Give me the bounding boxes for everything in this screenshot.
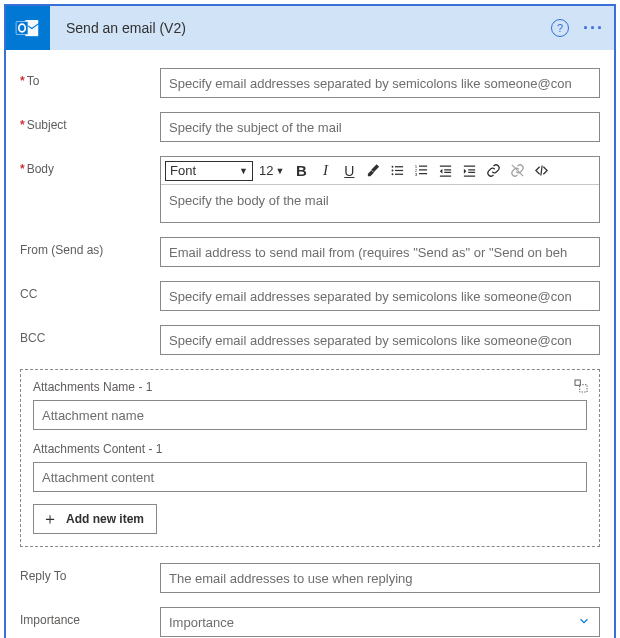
to-input[interactable] bbox=[160, 68, 600, 98]
outlook-icon bbox=[6, 6, 50, 50]
chevron-down-icon: ▼ bbox=[239, 166, 248, 176]
bcc-input[interactable] bbox=[160, 325, 600, 355]
font-picker-label: Font bbox=[170, 163, 196, 178]
svg-rect-14 bbox=[419, 169, 427, 170]
plus-icon: ＋ bbox=[42, 511, 58, 527]
attachment-name-label: Attachments Name - 1 bbox=[33, 380, 587, 394]
highlight-button[interactable] bbox=[362, 160, 384, 182]
bold-button[interactable]: B bbox=[290, 160, 312, 182]
svg-point-7 bbox=[391, 170, 393, 172]
row-subject: Subject bbox=[20, 112, 600, 142]
row-bcc: BCC bbox=[20, 325, 600, 355]
indent-button[interactable] bbox=[458, 160, 480, 182]
row-from: From (Send as) bbox=[20, 237, 600, 267]
row-importance: Importance Importance bbox=[20, 607, 600, 637]
attachment-content-label: Attachments Content - 1 bbox=[33, 442, 587, 456]
attachment-content-input[interactable] bbox=[33, 462, 587, 492]
svg-rect-8 bbox=[395, 170, 403, 171]
svg-rect-19 bbox=[444, 172, 451, 173]
link-button[interactable] bbox=[482, 160, 504, 182]
add-new-item-label: Add new item bbox=[66, 512, 144, 526]
body-input-area[interactable]: Specify the body of the mail bbox=[161, 185, 599, 222]
card-title: Send an email (V2) bbox=[66, 20, 551, 36]
font-picker[interactable]: Font ▼ bbox=[165, 161, 253, 181]
italic-button[interactable]: I bbox=[314, 160, 336, 182]
label-cc: CC bbox=[20, 281, 160, 301]
attachment-name-input[interactable] bbox=[33, 400, 587, 430]
label-body: Body bbox=[20, 156, 160, 176]
svg-rect-26 bbox=[575, 380, 580, 385]
row-body: Body Font ▼ 12 ▼ B I U bbox=[20, 156, 600, 223]
label-replyto: Reply To bbox=[20, 563, 160, 583]
svg-rect-24 bbox=[464, 176, 475, 177]
svg-rect-17 bbox=[440, 166, 451, 167]
label-from: From (Send as) bbox=[20, 237, 160, 257]
row-replyto: Reply To bbox=[20, 563, 600, 593]
importance-placeholder: Importance bbox=[169, 615, 234, 630]
code-view-button[interactable] bbox=[530, 160, 552, 182]
label-subject: Subject bbox=[20, 112, 160, 132]
row-cc: CC bbox=[20, 281, 600, 311]
font-size-label: 12 bbox=[259, 163, 273, 178]
subject-input[interactable] bbox=[160, 112, 600, 142]
svg-text:3: 3 bbox=[415, 172, 418, 177]
chevron-down-icon bbox=[577, 614, 591, 631]
svg-rect-21 bbox=[464, 166, 475, 167]
replyto-input[interactable] bbox=[160, 563, 600, 593]
svg-rect-20 bbox=[440, 176, 451, 177]
svg-rect-6 bbox=[395, 166, 403, 167]
svg-rect-10 bbox=[395, 174, 403, 175]
outlook-glyph bbox=[15, 15, 41, 41]
font-size-picker[interactable]: 12 ▼ bbox=[255, 161, 288, 181]
bullet-list-button[interactable] bbox=[386, 160, 408, 182]
underline-button[interactable]: U bbox=[338, 160, 360, 182]
help-icon[interactable]: ? bbox=[551, 19, 569, 37]
card-header: Send an email (V2) ? ··· bbox=[6, 6, 614, 50]
svg-rect-12 bbox=[419, 166, 427, 167]
label-to: To bbox=[20, 68, 160, 88]
label-bcc: BCC bbox=[20, 325, 160, 345]
attachments-group: Attachments Name - 1 Attachments Content… bbox=[20, 369, 600, 547]
label-importance: Importance bbox=[20, 607, 160, 627]
editor-toolbar: Font ▼ 12 ▼ B I U bbox=[161, 157, 599, 185]
add-new-item-button[interactable]: ＋ Add new item bbox=[33, 504, 157, 534]
svg-rect-18 bbox=[444, 169, 451, 170]
header-actions: ? ··· bbox=[551, 19, 604, 37]
from-input[interactable] bbox=[160, 237, 600, 267]
svg-rect-22 bbox=[468, 169, 475, 170]
unlink-button[interactable] bbox=[506, 160, 528, 182]
card-body: To Subject Body Font ▼ 12 ▼ bbox=[6, 50, 614, 638]
svg-rect-23 bbox=[468, 172, 475, 173]
row-to: To bbox=[20, 68, 600, 98]
more-icon[interactable]: ··· bbox=[583, 19, 604, 37]
importance-select[interactable]: Importance bbox=[160, 607, 600, 637]
svg-point-9 bbox=[391, 173, 393, 175]
outdent-button[interactable] bbox=[434, 160, 456, 182]
action-card: Send an email (V2) ? ··· To Subject Body… bbox=[4, 4, 616, 638]
switch-array-icon[interactable] bbox=[573, 378, 589, 397]
cc-input[interactable] bbox=[160, 281, 600, 311]
svg-rect-16 bbox=[419, 173, 427, 174]
rich-text-editor: Font ▼ 12 ▼ B I U bbox=[160, 156, 600, 223]
svg-point-5 bbox=[391, 166, 393, 168]
number-list-button[interactable]: 123 bbox=[410, 160, 432, 182]
chevron-down-icon: ▼ bbox=[275, 166, 284, 176]
